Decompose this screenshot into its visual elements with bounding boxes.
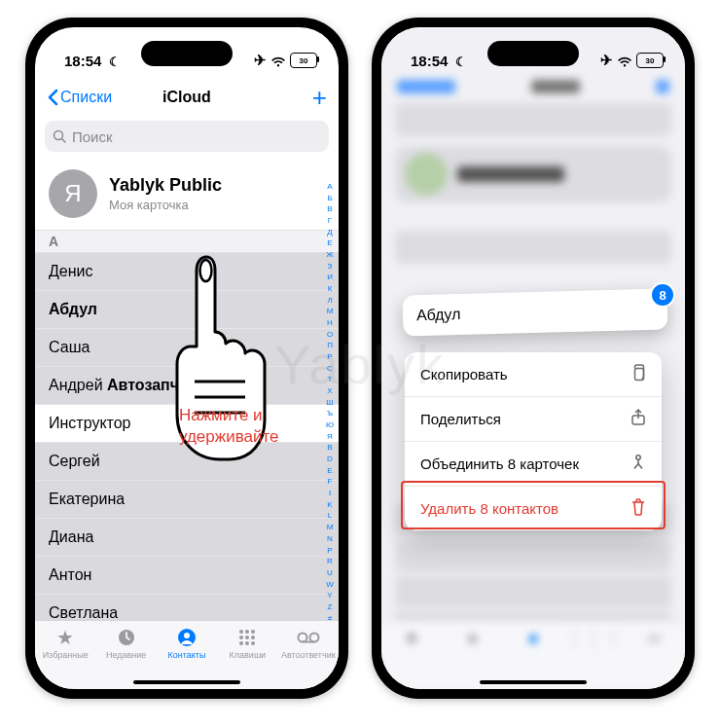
index-letter[interactable]: Х (327, 387, 332, 395)
index-letter[interactable]: К (328, 285, 333, 293)
index-letter[interactable]: Ж (326, 251, 333, 259)
tab-keypad[interactable]: Клавиши (218, 627, 276, 660)
index-letter[interactable]: Е (327, 239, 332, 247)
svg-point-12 (245, 641, 249, 645)
svg-point-9 (245, 636, 249, 639)
index-letter[interactable]: А (327, 183, 332, 191)
dynamic-island (487, 41, 579, 66)
index-letter[interactable]: О (327, 331, 333, 339)
contact-row[interactable]: Абдул (35, 291, 339, 329)
index-letter[interactable]: Б (327, 195, 332, 202)
home-indicator[interactable] (480, 680, 587, 684)
index-letter[interactable]: Г (328, 217, 332, 225)
clock-icon (117, 627, 136, 648)
tab-recents[interactable]: Недавние (97, 627, 156, 660)
index-letter[interactable]: R (327, 558, 333, 565)
svg-point-8 (239, 636, 243, 639)
svg-point-13 (251, 641, 255, 645)
index-letter[interactable]: F (328, 478, 333, 486)
index-letter[interactable]: Д (327, 229, 332, 237)
battery-icon: 30 (636, 53, 664, 68)
index-letter[interactable]: W (326, 581, 334, 589)
index-bar[interactable]: АБВГДЕЖЗИКЛМНОПРСТХШЪЮЯBDEFIKLMNPRUWYZ# (323, 183, 337, 623)
status-time: 18:54 (64, 53, 101, 69)
nav-bar: Списки iCloud + (35, 80, 339, 115)
index-letter[interactable]: Ю (326, 421, 334, 429)
contact-row[interactable]: Диана (35, 519, 339, 557)
airplane-icon: ✈ (254, 52, 267, 69)
home-indicator[interactable] (133, 680, 240, 684)
tab-voicemail[interactable]: Автоответчик (279, 627, 338, 660)
star-icon: ★ (56, 627, 74, 648)
contact-row[interactable]: Екатерина (35, 481, 339, 519)
index-letter[interactable]: I (329, 490, 331, 497)
my-card-name: Yablyk Public (109, 175, 222, 196)
battery-icon: 30 (290, 53, 317, 68)
index-letter[interactable]: Л (327, 297, 332, 305)
index-letter[interactable]: Р (327, 353, 332, 361)
index-letter[interactable]: P (327, 547, 332, 555)
menu-copy[interactable]: Скопировать (405, 352, 662, 397)
index-letter[interactable]: В (327, 205, 332, 213)
contact-row[interactable]: Сергей (35, 443, 339, 481)
merge-icon (630, 454, 646, 474)
index-letter[interactable]: Z (328, 603, 333, 611)
copy-icon (630, 364, 646, 384)
add-button[interactable]: + (312, 83, 327, 113)
index-letter[interactable]: П (327, 342, 333, 349)
voicemail-icon (297, 627, 320, 648)
index-letter[interactable]: М (327, 308, 334, 315)
index-letter[interactable]: U (327, 569, 333, 577)
search-placeholder: Поиск (72, 128, 113, 145)
index-letter[interactable]: Н (327, 319, 333, 327)
index-letter[interactable]: Я (327, 433, 333, 441)
contact-row[interactable]: Саша (35, 329, 339, 367)
svg-point-11 (239, 641, 243, 645)
index-letter[interactable]: D (327, 455, 333, 463)
section-header-a: А (35, 230, 339, 253)
tab-favorites[interactable]: ★ Избранные (36, 627, 94, 660)
index-letter[interactable]: С (327, 365, 333, 373)
contact-row[interactable]: Антон (35, 557, 339, 595)
menu-share[interactable]: Поделиться (405, 397, 662, 442)
person-icon (177, 627, 197, 648)
contact-row[interactable]: Инструктор (35, 405, 339, 443)
index-letter[interactable]: B (327, 444, 332, 452)
svg-point-23 (636, 455, 640, 459)
contact-row[interactable]: Андрей Автозапчасти (35, 367, 339, 405)
wifi-icon (270, 53, 286, 69)
index-letter[interactable]: L (328, 512, 332, 520)
dragged-contact-card[interactable]: Абдул (402, 288, 667, 336)
index-letter[interactable]: З (328, 263, 333, 271)
tab-contacts[interactable]: Контакты (158, 627, 216, 660)
index-letter[interactable]: Ш (326, 399, 333, 407)
dynamic-island (141, 41, 233, 66)
selection-count-badge: 8 (650, 282, 675, 308)
dnd-moon-icon: ☾ (455, 55, 467, 69)
svg-point-10 (251, 636, 255, 639)
phone-left: 18:54 ☾ ✈ 30 Списки iCloud + (25, 18, 348, 699)
svg-point-6 (245, 630, 249, 634)
context-menu: Скопировать Поделиться Объединить 8 карт… (405, 352, 662, 530)
index-letter[interactable]: M (327, 524, 334, 531)
search-icon (53, 129, 66, 143)
index-letter[interactable]: Т (328, 376, 333, 383)
back-button[interactable]: Списки (47, 89, 112, 106)
contact-row[interactable]: Денис (35, 253, 339, 291)
my-card[interactable]: Я Yablyk Public Моя карточка (35, 158, 339, 230)
index-letter[interactable]: N (327, 535, 333, 543)
menu-merge[interactable]: Объединить 8 карточек (405, 442, 662, 487)
tab-bar-blurred: ★· ●· ●· ⋮⋮⋮· ∞· (381, 620, 685, 689)
menu-delete[interactable]: Удалить 8 контактов (405, 487, 662, 530)
my-card-subtitle: Моя карточка (109, 198, 222, 212)
phone-right: 18:54 ☾ ✈ 30 Абдул 8 Скопировать (372, 18, 695, 699)
index-letter[interactable]: K (327, 501, 332, 509)
index-letter[interactable]: И (327, 273, 333, 281)
index-letter[interactable]: E (327, 467, 332, 475)
status-time: 18:54 (411, 53, 448, 69)
index-letter[interactable]: Ъ (327, 410, 333, 418)
search-field[interactable]: Поиск (45, 121, 329, 152)
index-letter[interactable]: Y (327, 592, 332, 600)
svg-point-15 (309, 634, 318, 642)
tab-bar: ★ Избранные Недавние Контакты (35, 620, 339, 689)
